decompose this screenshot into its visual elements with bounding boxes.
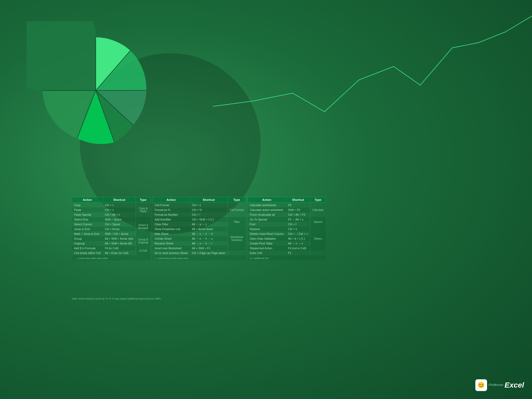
footer-note: Note: Some shortcuts (such as '%' or 'l'… <box>72 297 161 300</box>
shortcut-mark-jump: Shift + Ctrl + Arrow <box>103 231 136 236</box>
note-hint: () = additional hint <box>248 255 326 260</box>
action-format-num: Format as Number <box>152 212 190 217</box>
shortcut-add-dollar: F4 (in Cell) <box>103 246 136 251</box>
table-row: Add $ in Formula F4 (in Cell) In Cell <box>72 246 151 251</box>
table-row: Enter Cell F2 <box>248 251 326 255</box>
shortcut-hide-sheet: Alt → o → h → h <box>190 231 228 236</box>
shortcut-cell-format: Ctrl + 1 <box>190 203 228 208</box>
shortcut-repeat: F4 (not in Cell) <box>286 246 310 251</box>
shortcut-select-row: Shift + Space <box>103 217 136 222</box>
action-force-recalc: Force recalculate all <box>248 212 286 217</box>
table-row: Cell Format Ctrl + 1 Cell Format <box>152 203 246 208</box>
type-in-cell: In Cell <box>136 246 151 255</box>
logo: 😊 Professor Excel <box>475 379 524 391</box>
table-row: Group Alt + Shift + Arrow right Group &U… <box>72 236 151 241</box>
action-replace: Replace <box>248 227 286 231</box>
action-line-break: Line break within Cell <box>72 251 103 255</box>
table-row: Calculate worksheets F9 Calculate <box>248 203 326 208</box>
action-paste-special: Paste Special <box>72 212 103 217</box>
notes-row-3: () = additional hint <box>248 255 326 260</box>
shortcut-enter-cell: F2 <box>286 251 310 255</box>
shortcut-paste: Ctrl + v <box>103 207 136 212</box>
table-row: Add Autofilter Ctrl + Shift + l ('L') Fi… <box>152 217 246 222</box>
action-rename-sheet: Rename Sheet <box>152 241 190 246</box>
type-search: Search <box>310 217 326 227</box>
action-hide-sheet: Hide Sheet <box>152 231 190 236</box>
t1-header-type: Type <box>136 197 151 203</box>
action-select-row: Select Row <box>72 217 103 222</box>
shortcut-select-col: Ctrl + Space <box>103 222 136 227</box>
shortcut-ungroup: Alt + Shift + Arrow left <box>103 241 136 246</box>
type-filter: Filter <box>228 217 246 227</box>
table-row: Go To Special F5 → Alt + s Search <box>248 217 326 222</box>
shortcut-go-special: F5 → Alt + s <box>286 217 310 222</box>
shortcut-calc-active: Shift + F9 <box>286 207 310 212</box>
shortcut-del-ins-row: Ctrl + - / Ctrl + + <box>286 231 310 236</box>
logo-name: Excel <box>505 381 524 389</box>
action-data-validation: Open Data Validation <box>248 236 286 241</box>
table-3: Action Shortcut Type Calculate worksheet… <box>247 197 326 260</box>
table-row: Select Row Shift + Space Select &Navigat… <box>72 217 151 222</box>
shortcut-format-pct: Ctrl + % <box>190 207 228 212</box>
shortcut-rename-sheet: Alt → o → h → r <box>190 241 228 246</box>
shortcut-calc-ws: F9 <box>286 203 310 208</box>
line-chart <box>213 0 532 160</box>
table-2: Action Shortcut Type Cell Format Ctrl + … <box>152 197 246 260</box>
notes-row-2: + = press keys at the same time <box>152 255 246 260</box>
action-repeat: Repeat last Action <box>248 246 286 251</box>
shortcut-clear-filter: Alt → a → c <box>190 222 228 227</box>
note-plus: + = press keys at the same time <box>152 255 246 260</box>
shortcut-copy: Ctrl + c <box>103 203 136 208</box>
t2-header-type: Type <box>228 197 246 203</box>
action-copy: Copy <box>72 203 103 208</box>
action-insert-ws: Insert new Worksheet <box>152 246 190 251</box>
type-empty <box>310 251 326 255</box>
shortcut-paste-special: Ctrl + Alt + v <box>103 212 136 217</box>
type-worksheet: Worksheetfunctions <box>228 227 246 251</box>
type-group-ungroup: Group &Ungroup <box>136 236 151 246</box>
action-enter-cell: Enter Cell <box>248 251 286 255</box>
action-calc-ws: Calculate worksheets <box>248 203 286 208</box>
action-cell-format: Cell Format <box>152 203 190 208</box>
logo-text-container: Professor Excel <box>489 381 524 389</box>
action-jump-end: Jump to End <box>72 227 103 231</box>
action-format-pct: Format as % <box>152 207 190 212</box>
shortcut-insert-ws: Alt + Shift + F1 <box>190 246 228 251</box>
action-paste: Paste <box>72 207 103 212</box>
type-others: Others <box>310 227 326 251</box>
shortcut-unhide-sheet: Alt → o → h → u <box>190 236 228 241</box>
type-cell-format: Cell Format <box>228 203 246 217</box>
shortcut-group: Alt + Shift + Arrow right <box>103 236 136 241</box>
table-row: Copy Ctrl + c Copy &Paste <box>72 203 151 208</box>
type-nav <box>228 251 246 255</box>
t2-header-shortcut: Shortcut <box>190 197 228 203</box>
type-calculate: Calculate <box>310 203 326 217</box>
type-copy-paste: Copy &Paste <box>136 203 151 217</box>
t1-header-shortcut: Shortcut <box>103 197 136 203</box>
action-go-special: Go To Special <box>248 217 286 222</box>
shortcut-autofilter: Ctrl + Shift + l ('L') <box>190 217 228 222</box>
action-ungroup: Ungroup <box>72 241 103 246</box>
action-next-sheet: Go to next/ previous Sheet <box>152 251 190 255</box>
action-autofilter: Add Autofilter <box>152 217 190 222</box>
action-calc-active: Calculate active worksheet <box>248 207 286 212</box>
action-find: Find <box>248 222 286 227</box>
type-select-navigate: Select &Navigate <box>136 217 151 236</box>
table-row: Show Dropdown List Alt + Arrow down Work… <box>152 227 246 231</box>
shortcut-next-sheet: Ctrl + Page up/ Page down <box>190 251 228 255</box>
table-row: Replace Ctrl + h Others <box>248 227 326 231</box>
note-arrows: → = press keys after each other <box>72 255 151 260</box>
action-add-dollar: Add $ in Formula <box>72 246 103 251</box>
action-select-col: Select Column <box>72 222 103 227</box>
shortcut-find: Ctrl + f <box>286 222 310 227</box>
logo-icon: 😊 <box>475 379 487 391</box>
t3-header-action: Action <box>248 197 286 203</box>
action-del-ins-row: Delete/ insert Row/ Column <box>248 231 286 236</box>
action-pivot: Create Pivot Table <box>248 241 286 246</box>
action-group: Group <box>72 236 103 241</box>
t2-header-action: Action <box>152 197 190 203</box>
shortcut-jump-end: Ctrl + Arrow <box>103 227 136 231</box>
logo-prefix: Professor <box>489 383 504 387</box>
table-row: Go to next/ previous Sheet Ctrl + Page u… <box>152 251 246 255</box>
pie-chart <box>27 21 165 160</box>
